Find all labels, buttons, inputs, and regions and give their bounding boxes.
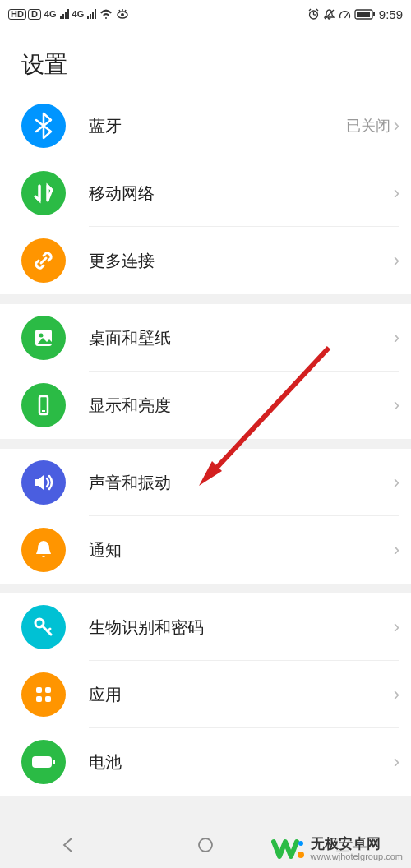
- signal-bars-1: [60, 9, 69, 19]
- status-right: 9:59: [307, 8, 403, 21]
- chevron-right-icon: ›: [394, 329, 399, 347]
- chevron-right-icon: ›: [394, 473, 399, 492]
- watermark-logo-icon: [271, 835, 306, 863]
- row-wallpaper[interactable]: 桌面和壁纸 ›: [0, 304, 411, 372]
- chevron-right-icon: ›: [394, 396, 399, 414]
- row-mobile-network[interactable]: 移动网络 ›: [0, 159, 411, 227]
- svg-line-4: [125, 10, 126, 12]
- signal-bars-2: [87, 9, 96, 19]
- chevron-right-icon: ›: [394, 753, 399, 771]
- svg-rect-13: [357, 12, 370, 17]
- hd-badge: HD: [8, 9, 26, 20]
- svg-rect-14: [373, 12, 375, 16]
- net-4g-2: 4G: [72, 10, 85, 19]
- section-connectivity: 蓝牙 已关闭 › 移动网络 › 更多连接 ›: [0, 92, 411, 294]
- bluetooth-icon: [21, 104, 66, 148]
- chevron-right-icon: ›: [394, 541, 399, 559]
- row-display-brightness[interactable]: 显示和亮度 ›: [0, 372, 411, 439]
- alarm-icon: [307, 8, 320, 21]
- battery-status-icon: [354, 9, 376, 20]
- chevron-right-icon: ›: [394, 184, 399, 202]
- key-icon: [21, 605, 66, 649]
- svg-line-8: [309, 9, 311, 11]
- svg-line-21: [48, 629, 50, 631]
- watermark: 无极安卓网 www.wjhotelgroup.com: [271, 835, 404, 863]
- chevron-right-icon: ›: [394, 618, 399, 636]
- svg-line-2: [119, 10, 120, 12]
- chevron-right-icon: ›: [394, 252, 399, 270]
- svg-rect-27: [53, 760, 55, 764]
- eye-icon: [116, 9, 129, 19]
- row-label: 通知: [89, 539, 394, 561]
- svg-point-1: [121, 13, 124, 16]
- section-display: 桌面和壁纸 › 显示和亮度 ›: [0, 304, 411, 439]
- wifi-icon: [99, 9, 113, 19]
- svg-line-11: [344, 13, 348, 18]
- row-label: 蓝牙: [89, 115, 346, 137]
- speed-icon: [339, 8, 351, 21]
- svg-rect-25: [45, 696, 51, 702]
- nav-back-button[interactable]: [59, 836, 77, 854]
- mute-icon: [323, 8, 335, 21]
- svg-line-9: [316, 9, 318, 11]
- nav-home-button[interactable]: [196, 836, 215, 854]
- phone-icon: [21, 383, 66, 427]
- battery-icon: [21, 740, 66, 784]
- row-bluetooth[interactable]: 蓝牙 已关闭 ›: [0, 92, 411, 159]
- row-label: 声音和振动: [89, 472, 394, 494]
- svg-rect-22: [36, 687, 42, 693]
- row-label: 移动网络: [89, 182, 394, 205]
- watermark-url: www.wjhotelgroup.com: [311, 852, 404, 862]
- status-bar: HD D 4G 4G 9:59: [0, 0, 411, 28]
- row-more-connections[interactable]: 更多连接 ›: [0, 227, 411, 294]
- row-label: 应用: [89, 684, 394, 706]
- row-apps[interactable]: 应用 ›: [0, 661, 411, 728]
- row-sound-vibration[interactable]: 声音和振动 ›: [0, 449, 411, 516]
- chevron-right-icon: ›: [394, 686, 399, 704]
- row-notification[interactable]: 通知 ›: [0, 516, 411, 584]
- status-time: 9:59: [379, 8, 403, 21]
- watermark-title: 无极安卓网: [311, 836, 404, 852]
- row-label: 桌面和壁纸: [89, 327, 394, 349]
- row-label: 电池: [89, 751, 394, 773]
- chevron-right-icon: ›: [394, 117, 399, 135]
- row-value: 已关闭: [346, 116, 390, 136]
- section-security-apps: 生物识别和密码 › 应用 › 电池 ›: [0, 593, 411, 796]
- svg-rect-23: [45, 687, 51, 693]
- svg-point-32: [298, 852, 304, 858]
- sound-icon: [21, 460, 66, 505]
- page-title: 设置: [21, 49, 390, 81]
- link-icon: [21, 238, 66, 283]
- row-battery[interactable]: 电池 ›: [0, 728, 411, 796]
- svg-point-33: [298, 841, 303, 846]
- mobile-network-icon: [21, 171, 66, 215]
- svg-point-30: [199, 838, 212, 852]
- row-label: 显示和亮度: [89, 395, 394, 417]
- section-sound-notification: 声音和振动 › 通知 ›: [0, 449, 411, 584]
- svg-rect-24: [36, 696, 42, 702]
- svg-point-16: [39, 334, 44, 338]
- n-badge: D: [28, 9, 41, 20]
- row-biometric-password[interactable]: 生物识别和密码 ›: [0, 593, 411, 661]
- bell-icon: [21, 528, 66, 572]
- svg-rect-26: [32, 756, 52, 768]
- row-label: 更多连接: [89, 250, 394, 272]
- net-4g-1: 4G: [44, 10, 57, 19]
- header: 设置: [0, 28, 411, 92]
- status-left: HD D 4G 4G: [8, 9, 129, 20]
- grid-icon: [21, 672, 66, 717]
- image-icon: [21, 316, 66, 360]
- row-label: 生物识别和密码: [89, 616, 394, 639]
